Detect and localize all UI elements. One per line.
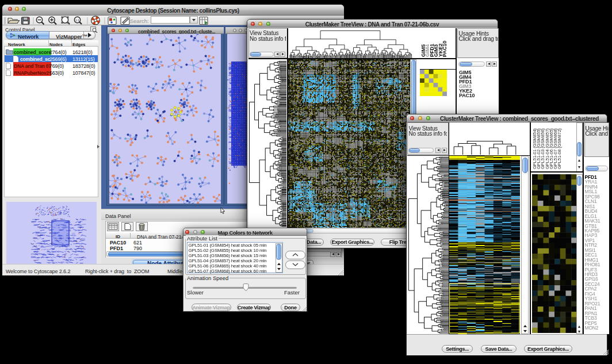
svg-text:1:1: 1:1 xyxy=(75,18,79,22)
